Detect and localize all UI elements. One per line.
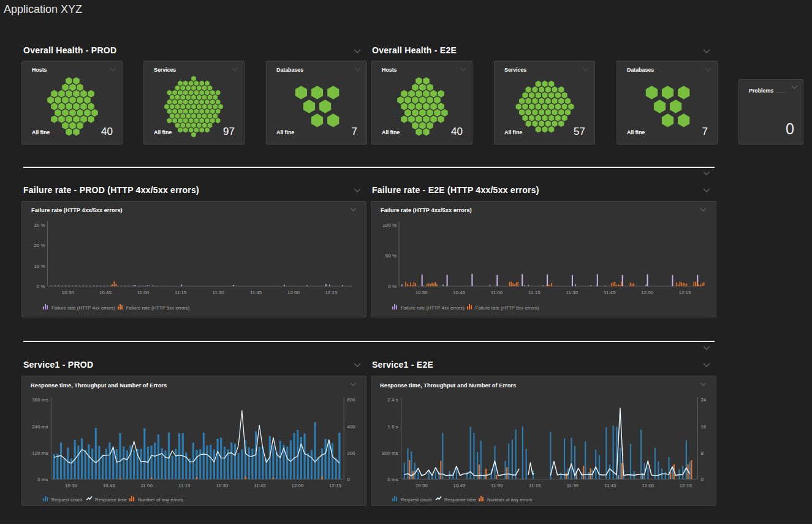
svg-text:11:30: 11:30 [566, 290, 579, 295]
svg-text:11:15: 11:15 [178, 483, 191, 488]
svg-text:600: 600 [347, 397, 355, 403]
svg-text:30 %: 30 % [34, 222, 45, 228]
svg-text:Failure rate (HTTP 4xx/5xx err: Failure rate (HTTP 4xx/5xx errors) [31, 207, 123, 213]
svg-text:10:30: 10:30 [62, 290, 75, 295]
svg-text:Failure rate (HTTP 4xx errors): Failure rate (HTTP 4xx errors) [51, 305, 115, 311]
svg-text:400: 400 [347, 424, 355, 430]
svg-text:11:45: 11:45 [254, 483, 266, 488]
svg-text:12:00: 12:00 [642, 483, 655, 488]
svg-text:240 ms: 240 ms [32, 424, 48, 430]
svg-text:Failure rate (HTTP 4xx errors): Failure rate (HTTP 4xx errors) [401, 305, 465, 311]
svg-text:20 %: 20 % [34, 243, 45, 248]
svg-text:11:00: 11:00 [491, 483, 503, 488]
svg-text:10:45: 10:45 [453, 483, 466, 488]
svg-text:11:45: 11:45 [604, 483, 617, 488]
svg-text:11:45: 11:45 [250, 290, 262, 295]
svg-text:2.4 s: 2.4 s [387, 397, 398, 403]
svg-text:Failure rate (HTTP 4xx/5xx err: Failure rate (HTTP 4xx/5xx errors) [381, 207, 472, 213]
svg-text:12:00: 12:00 [641, 290, 654, 295]
svg-text:200: 200 [347, 450, 355, 456]
svg-text:11:00: 11:00 [141, 483, 153, 488]
svg-text:0: 0 [700, 477, 704, 482]
svg-text:0 ms: 0 ms [387, 477, 398, 482]
svg-text:10:30: 10:30 [65, 483, 78, 488]
svg-text:Failure rate (HTTP 5xx errors): Failure rate (HTTP 5xx errors) [476, 305, 539, 311]
svg-text:1.6 s: 1.6 s [387, 424, 398, 430]
svg-text:Response time: Response time [444, 497, 476, 503]
svg-text:11:30: 11:30 [566, 483, 579, 488]
svg-text:12:15: 12:15 [329, 483, 342, 488]
svg-text:120 ms: 120 ms [32, 450, 48, 456]
svg-text:10:45: 10:45 [453, 290, 466, 295]
svg-text:12:00: 12:00 [287, 290, 300, 295]
svg-text:10:45: 10:45 [103, 483, 116, 488]
svg-text:11:30: 11:30 [212, 290, 224, 295]
svg-text:24: 24 [700, 397, 706, 403]
svg-text:0 %: 0 % [37, 284, 45, 289]
svg-text:11:15: 11:15 [529, 483, 541, 488]
svg-text:Number of any errors: Number of any errors [138, 497, 183, 503]
svg-text:12:00: 12:00 [292, 483, 305, 488]
svg-text:Response time, Throughput and: Response time, Throughput and Number of … [31, 382, 167, 389]
svg-text:11:15: 11:15 [528, 290, 541, 295]
svg-text:0 ms: 0 ms [37, 477, 48, 482]
svg-text:Number of any errors: Number of any errors [487, 497, 533, 503]
svg-text:Response time: Response time [95, 497, 127, 503]
svg-text:50 %: 50 % [385, 253, 397, 259]
svg-text:Request count: Request count [401, 497, 432, 503]
svg-text:11:15: 11:15 [175, 290, 187, 295]
svg-text:12:15: 12:15 [325, 290, 338, 295]
svg-text:16: 16 [700, 424, 706, 430]
svg-text:Response time, Throughput and: Response time, Throughput and Number of … [380, 382, 516, 389]
svg-text:11:00: 11:00 [491, 290, 503, 295]
svg-text:11:45: 11:45 [604, 290, 616, 295]
svg-text:360 ms: 360 ms [32, 397, 48, 403]
svg-text:10:30: 10:30 [415, 483, 428, 488]
svg-text:10:45: 10:45 [99, 290, 112, 295]
svg-text:11:30: 11:30 [216, 483, 229, 488]
svg-text:Failure rate (HTTP 5xx errors): Failure rate (HTTP 5xx errors) [126, 305, 190, 311]
svg-text:100 %: 100 % [382, 222, 397, 228]
svg-text:8: 8 [700, 450, 704, 456]
svg-text:0: 0 [347, 477, 350, 482]
svg-text:800 ms: 800 ms [382, 450, 398, 456]
svg-text:12:15: 12:15 [678, 290, 691, 295]
svg-text:10:30: 10:30 [415, 290, 428, 295]
svg-text:12:15: 12:15 [680, 483, 692, 488]
svg-text:0 %: 0 % [388, 284, 397, 289]
svg-text:Request count: Request count [51, 497, 83, 503]
svg-text:10 %: 10 % [34, 264, 45, 269]
svg-text:11:00: 11:00 [137, 290, 150, 295]
